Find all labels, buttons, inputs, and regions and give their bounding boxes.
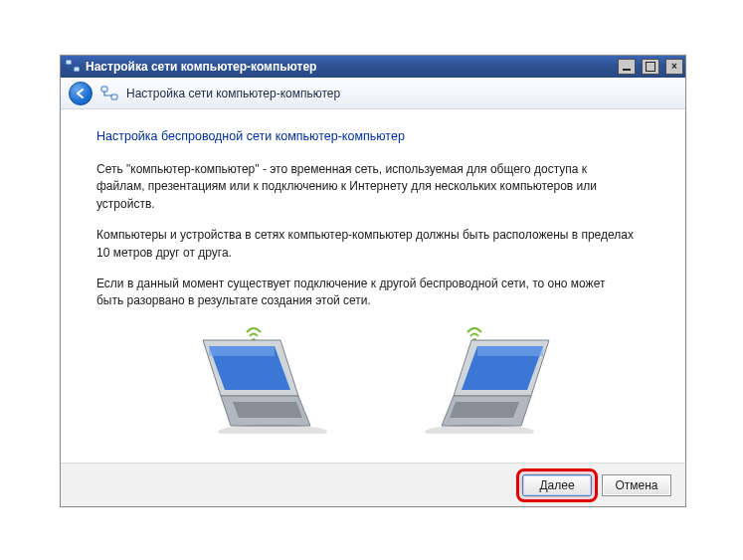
network-small-icon [100, 85, 118, 102]
intro-paragraph-1: Сеть "компьютер-компьютер" - это временн… [96, 161, 634, 213]
breadcrumb: Настройка сети компьютер-компьютер [126, 87, 340, 100]
close-button[interactable]: × [665, 59, 683, 75]
svg-marker-14 [477, 346, 543, 356]
maximize-button[interactable] [642, 59, 659, 75]
svg-marker-16 [450, 402, 519, 418]
wizard-header: Настройка сети компьютер-компьютер [61, 78, 685, 109]
laptop-left-icon [179, 324, 328, 434]
svg-rect-2 [101, 87, 107, 92]
intro-paragraph-2: Компьютеры и устройства в сетях компьюте… [96, 227, 634, 262]
network-icon [65, 59, 81, 75]
titlebar[interactable]: Настройка сети компьютер-компьютер × [61, 56, 685, 78]
cancel-button[interactable]: Отмена [602, 474, 671, 496]
svg-marker-7 [209, 346, 275, 356]
next-button[interactable]: Далее [522, 474, 592, 496]
laptop-right-icon [418, 324, 567, 434]
back-button[interactable] [69, 82, 93, 105]
svg-marker-9 [233, 402, 302, 418]
wizard-window: Настройка сети компьютер-компьютер × Нас… [60, 55, 686, 507]
svg-rect-0 [66, 60, 72, 65]
window-title: Настройка сети компьютер-компьютер [86, 60, 612, 74]
page-title: Настройка беспроводной сети компьютер-ко… [96, 129, 650, 143]
button-bar: Далее Отмена [61, 463, 685, 506]
minimize-button[interactable] [618, 59, 636, 75]
illustration [96, 324, 650, 434]
intro-paragraph-3: Если в данный момент существует подключе… [96, 276, 634, 310]
arrow-left-icon [75, 88, 87, 99]
content-area: Настройка беспроводной сети компьютер-ко… [61, 109, 685, 463]
